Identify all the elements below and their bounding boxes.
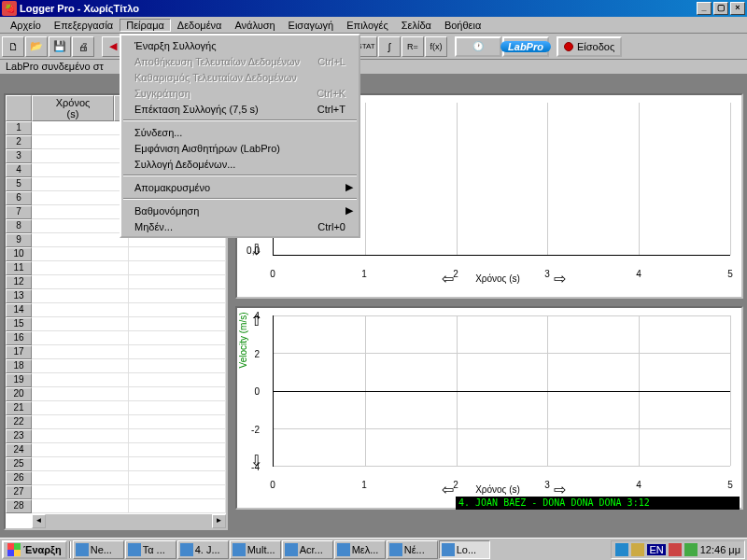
curve-fit-button[interactable]: f(x) (425, 36, 447, 57)
menu-analysis[interactable]: Ανάλυση (228, 19, 281, 32)
cell-position[interactable] (129, 443, 226, 457)
cell-time[interactable] (32, 359, 129, 373)
open-file-button[interactable]: 📂 (25, 36, 48, 57)
x-axis-label-2[interactable]: Χρόνος (s) (475, 484, 520, 495)
cell-time[interactable] (32, 135, 129, 149)
cell-time[interactable] (32, 219, 129, 233)
cell-position[interactable] (129, 457, 226, 471)
cell-time[interactable] (32, 149, 129, 163)
plot-area-2[interactable] (273, 315, 730, 467)
system-tray[interactable]: EN 12:46 μμ (611, 540, 745, 559)
taskbar-button[interactable]: Νέ... (387, 540, 438, 559)
tray-icon[interactable] (631, 543, 644, 556)
cell-time[interactable] (32, 429, 129, 443)
close-button[interactable]: × (730, 2, 745, 15)
table-row[interactable]: 27 (6, 485, 226, 499)
x-right-icon[interactable]: ⇨ (554, 270, 566, 287)
taskbar-button[interactable]: Τα ... (125, 540, 176, 559)
cell-time[interactable] (32, 415, 129, 429)
cell-time[interactable] (32, 233, 129, 247)
taskbar-button[interactable]: Μελ... (334, 540, 386, 559)
table-row[interactable]: 22 (6, 415, 226, 429)
cell-time[interactable] (32, 121, 129, 135)
cell-time[interactable] (32, 261, 129, 275)
table-row[interactable]: 21 (6, 401, 226, 415)
cell-position[interactable] (129, 359, 226, 373)
print-button[interactable]: 🖨 (72, 36, 94, 57)
minimize-button[interactable]: _ (697, 2, 712, 15)
menu-help[interactable]: Βοήθεια (438, 19, 487, 32)
cell-time[interactable] (32, 387, 129, 401)
cell-time[interactable] (32, 191, 129, 205)
cell-time[interactable] (32, 163, 129, 177)
cell-position[interactable] (129, 289, 226, 303)
collect-button[interactable]: Είσοδος (557, 36, 622, 57)
menu-options[interactable]: Επιλογές (340, 19, 395, 32)
table-row[interactable]: 20 (6, 387, 226, 401)
cell-position[interactable] (129, 387, 226, 401)
table-h-scrollbar[interactable]: ◄► (32, 514, 226, 528)
cell-time[interactable] (32, 499, 129, 513)
table-row[interactable]: 17 (6, 345, 226, 359)
scroll-left-icon[interactable]: ◄ (32, 514, 46, 528)
cell-time[interactable] (32, 247, 129, 261)
table-row[interactable]: 12 (6, 275, 226, 289)
x-axis-label-1[interactable]: Χρόνος (s) (475, 273, 520, 284)
table-row[interactable]: 15 (6, 317, 226, 331)
menu-item[interactable]: Συλλογή Δεδομένων... (121, 156, 359, 172)
table-row[interactable]: 13 (6, 289, 226, 303)
menu-item[interactable]: Απομακρυσμένο▶ (121, 179, 359, 195)
cell-position[interactable] (129, 331, 226, 345)
cell-position[interactable] (129, 401, 226, 415)
menu-page[interactable]: Σελίδα (395, 19, 438, 32)
save-button[interactable]: 💾 (49, 36, 71, 57)
menu-item[interactable]: Έναρξη Συλλογής (121, 37, 359, 53)
tray-icon[interactable] (615, 543, 628, 556)
cell-time[interactable] (32, 443, 129, 457)
cell-time[interactable] (32, 331, 129, 345)
language-indicator[interactable]: EN (647, 544, 665, 555)
cell-time[interactable] (32, 317, 129, 331)
cell-time[interactable] (32, 485, 129, 499)
labpro-button[interactable]: LabPro (502, 36, 549, 57)
menu-experiment[interactable]: Πείραμα (120, 19, 171, 32)
table-row[interactable]: 18 (6, 359, 226, 373)
tray-icon[interactable] (669, 543, 682, 556)
menu-item[interactable]: Επέκταση Συλλογής (7,5 s)Ctrl+T (121, 101, 359, 117)
taskbar-button[interactable]: Mult... (230, 540, 281, 559)
tray-icon[interactable] (684, 543, 698, 556)
cell-time[interactable] (32, 177, 129, 191)
table-row[interactable]: 10 (6, 247, 226, 261)
table-row[interactable]: 23 (6, 429, 226, 443)
maximize-button[interactable]: ▢ (713, 2, 728, 15)
table-row[interactable]: 16 (6, 331, 226, 345)
table-row[interactable]: 25 (6, 457, 226, 471)
cell-time[interactable] (32, 205, 129, 219)
cell-position[interactable] (129, 345, 226, 359)
cell-position[interactable] (129, 275, 226, 289)
table-row[interactable]: 14 (6, 303, 226, 317)
menu-edit[interactable]: Επεξεργασία (48, 19, 120, 32)
linear-fit-button[interactable]: R= (402, 36, 424, 57)
cell-position[interactable] (129, 373, 226, 387)
cell-time[interactable] (32, 345, 129, 359)
taskbar-button[interactable]: Lo... (439, 540, 490, 559)
cell-time[interactable] (32, 401, 129, 415)
new-file-button[interactable]: 🗋 (2, 36, 24, 57)
cell-time[interactable] (32, 471, 129, 485)
cell-position[interactable] (129, 429, 226, 443)
graph-velocity[interactable]: Velocity (m/s) ⇧ ⇩ -4-2024 012345 Χρόνος… (235, 306, 743, 510)
x-left-icon[interactable]: ⇦ (442, 481, 454, 498)
cell-position[interactable] (129, 247, 226, 261)
taskbar-button[interactable]: Ne... (73, 540, 124, 559)
cell-position[interactable] (129, 303, 226, 317)
cell-position[interactable] (129, 261, 226, 275)
cell-time[interactable] (32, 275, 129, 289)
integral-button[interactable]: ∫ (378, 36, 401, 57)
menu-item[interactable]: Σύνδεση... (121, 124, 359, 140)
table-row[interactable]: 19 (6, 373, 226, 387)
menu-file[interactable]: Αρχείο (4, 19, 48, 32)
column-header-time[interactable]: Χρόνος(s) (32, 95, 114, 121)
cell-time[interactable] (32, 457, 129, 471)
setup-sensors-button[interactable]: 🕐 (455, 36, 501, 57)
